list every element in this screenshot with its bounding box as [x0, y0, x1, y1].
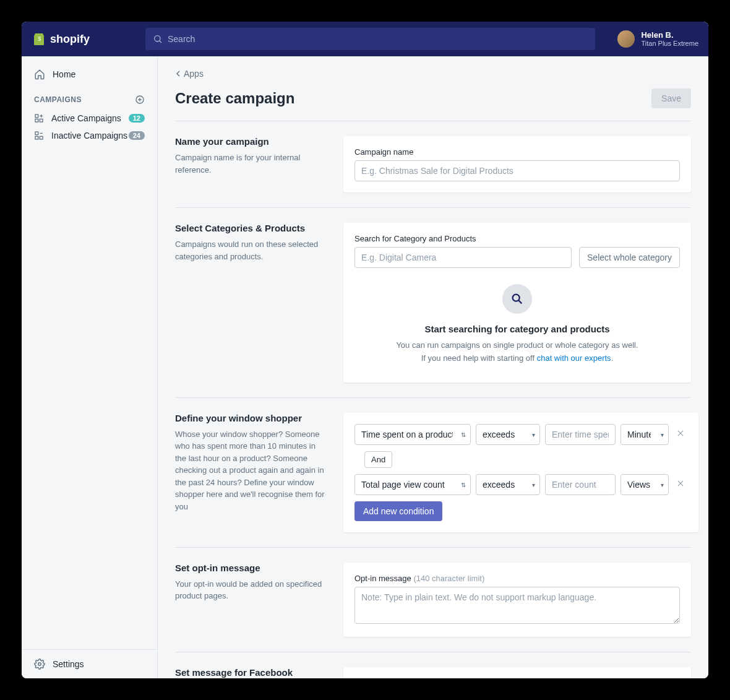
close-icon — [676, 429, 685, 438]
page-title: Create campaign — [175, 90, 294, 107]
avatar — [617, 30, 635, 48]
section-shopper-desc: Whose your window shopper? Someone who h… — [175, 428, 328, 513]
home-icon — [34, 69, 45, 80]
condition-row: Total page view count ⇅ exceeds ▾ Views … — [354, 474, 687, 495]
section-name-desc: Campaign name is for your internal refer… — [175, 152, 328, 176]
svg-point-0 — [155, 36, 160, 41]
sidebar-item-active-campaigns[interactable]: Active Campaigns 12 — [22, 110, 157, 127]
sidebar-section-label: CAMPAIGNS — [34, 95, 82, 104]
global-search[interactable] — [145, 28, 595, 50]
category-search-input[interactable] — [354, 247, 572, 268]
metric-select[interactable]: Time spent on a product page — [354, 424, 471, 445]
grid-remove-icon — [34, 131, 44, 140]
page-header: Create campaign Save — [175, 84, 691, 121]
card-fb: Message for Facebook Messenger — [343, 667, 691, 678]
select-whole-category-button[interactable]: Select whole category — [579, 247, 680, 268]
svg-rect-6 — [35, 119, 38, 122]
section-optin-title: Set opt-in message — [175, 563, 328, 573]
add-condition-button[interactable]: Add new condition — [354, 501, 442, 521]
unit-select[interactable]: Minutes — [620, 424, 669, 445]
profile-name: Helen B. — [641, 30, 698, 40]
sidebar-home-label: Home — [53, 69, 75, 79]
svg-rect-10 — [35, 132, 38, 135]
profile-store: Titan Plus Extreme — [641, 40, 698, 48]
metric-select[interactable]: Total page view count — [354, 474, 471, 495]
remove-condition-button[interactable] — [674, 477, 687, 492]
and-connector: And — [364, 451, 392, 468]
sidebar-active-label: Active Campaigns — [51, 113, 121, 123]
value-input[interactable] — [545, 424, 616, 445]
brand-text: shopify — [50, 33, 90, 46]
add-campaign-icon[interactable] — [135, 95, 145, 105]
empty-title: Start searching for category and product… — [367, 324, 668, 334]
search-input[interactable] — [168, 34, 588, 44]
app-body: Home CAMPAIGNS Active Campaigns 12 Inact… — [22, 56, 708, 678]
sidebar-item-home[interactable]: Home — [22, 64, 157, 85]
card-optin: Opt-in message (140 character limit) — [343, 563, 691, 637]
value-input[interactable] — [545, 474, 616, 495]
section-optin: Set opt-in message Your opt-in would be … — [175, 548, 691, 652]
condition-row: Time spent on a product page ⇅ exceeds ▾… — [354, 424, 687, 445]
sidebar-item-settings[interactable]: Settings — [22, 649, 157, 678]
search-icon — [510, 292, 524, 306]
empty-text: You can run campaigns on single product … — [367, 339, 668, 365]
inactive-badge: 24 — [129, 131, 145, 140]
section-categories: Select Categories & Products Campaigns w… — [175, 208, 691, 398]
sidebar: Home CAMPAIGNS Active Campaigns 12 Inact… — [22, 56, 158, 678]
search-icon — [153, 34, 163, 44]
breadcrumb[interactable]: Apps — [175, 56, 691, 84]
svg-rect-7 — [40, 119, 43, 122]
remove-condition-button[interactable] — [674, 426, 687, 442]
empty-state: Start searching for category and product… — [354, 268, 680, 371]
optin-label: Opt-in message (140 character limit) — [354, 574, 680, 583]
svg-line-16 — [518, 300, 522, 303]
breadcrumb-label: Apps — [184, 69, 204, 79]
grid-add-icon — [34, 113, 44, 123]
svg-rect-5 — [35, 115, 38, 118]
section-window-shopper: Define your window shopper Whose your wi… — [175, 398, 691, 548]
operator-select[interactable]: exceeds — [476, 474, 540, 495]
section-shopper-title: Define your window shopper — [175, 413, 328, 423]
sidebar-inactive-label: Inactive Campaigns — [51, 131, 127, 140]
gear-icon — [34, 659, 45, 670]
card-shopper: Time spent on a product page ⇅ exceeds ▾… — [343, 413, 698, 532]
topbar: shopify Helen B. Titan Plus Extreme — [22, 22, 708, 56]
brand-logo[interactable]: shopify — [32, 32, 135, 46]
section-name-title: Name your campaign — [175, 136, 328, 147]
card-name: Campaign name — [343, 136, 691, 192]
category-search-label: Search for Category and Products — [354, 234, 680, 243]
sidebar-section-campaigns: CAMPAIGNS — [22, 85, 157, 110]
profile-menu[interactable]: Helen B. Titan Plus Extreme — [605, 30, 698, 48]
sidebar-settings-label: Settings — [53, 659, 84, 669]
unit-select[interactable]: Views — [620, 474, 669, 495]
app-window: shopify Helen B. Titan Plus Extreme Home… — [22, 22, 708, 678]
svg-rect-12 — [40, 136, 43, 139]
active-badge: 12 — [129, 114, 145, 123]
campaign-name-input[interactable] — [354, 160, 680, 181]
svg-rect-11 — [35, 136, 38, 139]
chat-experts-link[interactable]: chat with our experts — [537, 353, 611, 363]
section-optin-desc: Your opt-in would be added on specificed… — [175, 578, 328, 602]
svg-point-15 — [513, 295, 520, 301]
chevron-left-icon — [175, 71, 181, 77]
section-categories-title: Select Categories & Products — [175, 223, 328, 233]
card-categories: Search for Category and Products Select … — [343, 223, 691, 382]
empty-search-icon-circle — [502, 284, 532, 314]
section-fb-title: Set message for Facebook Messenger — [175, 667, 328, 678]
sidebar-item-inactive-campaigns[interactable]: Inactive Campaigns 24 — [22, 127, 157, 144]
section-fb-message: Set message for Facebook Messenger This … — [175, 652, 691, 678]
shopify-bag-icon — [32, 32, 46, 46]
save-button[interactable]: Save — [651, 89, 691, 108]
campaign-name-label: Campaign name — [354, 147, 680, 157]
section-categories-desc: Campaigns would run on these selected ca… — [175, 238, 328, 262]
svg-point-14 — [38, 663, 41, 666]
svg-line-1 — [160, 41, 161, 43]
main-content: Apps Create campaign Save Name your camp… — [158, 56, 708, 678]
section-name-campaign: Name your campaign Campaign name is for … — [175, 121, 691, 208]
close-icon — [676, 479, 685, 488]
optin-textarea[interactable] — [354, 587, 680, 624]
operator-select[interactable]: exceeds — [476, 424, 540, 445]
